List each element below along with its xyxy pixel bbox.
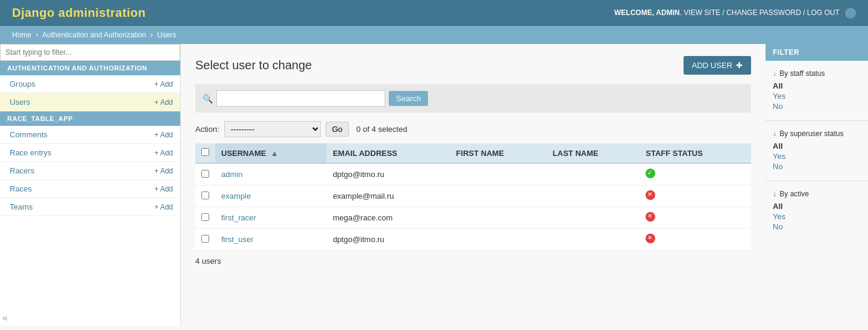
site-title[interactable]: Django administration: [12, 6, 146, 20]
select-all-col: [195, 143, 215, 163]
table-row: admindptgo@itmo.ru: [195, 163, 751, 185]
filter-staff-all: All: [773, 81, 861, 90]
last-name-cell: [547, 185, 640, 207]
add-user-button[interactable]: ADD USER ✚: [684, 56, 751, 75]
filter-superuser-yes: Yes: [773, 152, 861, 161]
races-add-link[interactable]: + Add: [154, 185, 173, 193]
status-false-icon: [646, 190, 655, 200]
log-out-link[interactable]: LOG OUT: [807, 8, 840, 17]
filter-active-yes: Yes: [773, 212, 861, 221]
sidebar-filter-input[interactable]: [0, 44, 180, 61]
first-name-cell: [450, 163, 547, 185]
comments-add-link[interactable]: + Add: [154, 131, 173, 139]
email-cell: example@mail.ru: [327, 185, 450, 207]
groups-link[interactable]: Groups: [10, 79, 36, 89]
username-link[interactable]: admin: [221, 170, 242, 179]
first-name-cell: [450, 229, 547, 251]
content-header: Select user to change ADD USER ✚: [195, 56, 751, 75]
filter-active-list: All Yes No: [773, 202, 861, 231]
filter-staff-no-link[interactable]: No: [773, 102, 783, 111]
filter-section-active: ↓ By active All Yes No: [766, 186, 868, 238]
sidebar-item-races: Races + Add: [0, 180, 180, 198]
sidebar-item-comments: Comments + Add: [0, 126, 180, 144]
breadcrumb-section[interactable]: Authentication and Authorization: [42, 31, 146, 39]
action-bar: Action: --------- Delete selected users …: [195, 121, 751, 137]
go-button[interactable]: Go: [326, 122, 349, 137]
breadcrumb-home[interactable]: Home: [12, 31, 31, 39]
row-checkbox[interactable]: [201, 170, 209, 178]
search-input[interactable]: [216, 90, 385, 107]
filter-active-all-link[interactable]: All: [773, 202, 783, 211]
filter-staff-no: No: [773, 102, 861, 111]
sidebar-collapse-toggle[interactable]: «: [0, 310, 12, 326]
filter-superuser-all: All: [773, 142, 861, 151]
main-layout: Authentication and Authorization Groups …: [0, 44, 868, 326]
filter-title: FILTER: [766, 44, 868, 61]
username-link[interactable]: example: [221, 191, 251, 201]
filter-staff-status-title: ↓ By staff status: [773, 69, 861, 78]
staff-status-cell: [640, 229, 751, 251]
race-section-title: Race_Table_App: [0, 111, 180, 126]
action-select[interactable]: --------- Delete selected users: [224, 121, 321, 137]
race-entrys-link[interactable]: Race entrys: [10, 148, 51, 157]
row-checkbox[interactable]: [201, 235, 209, 243]
filter-staff-all-link[interactable]: All: [773, 81, 783, 90]
username-link[interactable]: first_user: [221, 235, 253, 244]
change-password-link[interactable]: CHANGE PASSWORD: [726, 8, 801, 17]
table-row: exampleexample@mail.ru: [195, 185, 751, 207]
sidebar-item-teams: Teams + Add: [0, 198, 180, 216]
filter-staff-yes: Yes: [773, 92, 861, 101]
breadcrumb: Home › Authentication and Authorization …: [0, 26, 868, 44]
users-link[interactable]: Users: [10, 98, 30, 107]
select-all-checkbox[interactable]: [201, 148, 209, 156]
filter-active-no-link[interactable]: No: [773, 222, 783, 231]
row-checkbox[interactable]: [201, 191, 209, 199]
filter-superuser-status-list: All Yes No: [773, 142, 861, 171]
status-true-icon: [646, 169, 655, 178]
users-table: USERNAME ▲ EMAIL ADDRESS FIRST NAME LAST…: [195, 143, 751, 251]
page-title: Select user to change: [195, 58, 312, 72]
sidebar-item-race-entrys: Race entrys + Add: [0, 144, 180, 162]
last-name-cell: [547, 229, 640, 251]
view-site-link[interactable]: VIEW SITE: [684, 8, 720, 17]
search-bar: 🔍 Search: [195, 84, 751, 113]
search-button[interactable]: Search: [389, 91, 428, 106]
sidebar-item-users: Users + Add: [0, 93, 180, 111]
last-name-cell: [547, 207, 640, 229]
theme-toggle-button[interactable]: [845, 8, 856, 19]
teams-add-link[interactable]: + Add: [154, 203, 173, 211]
col-first-name[interactable]: FIRST NAME: [450, 143, 547, 163]
col-last-name[interactable]: LAST NAME: [547, 143, 640, 163]
groups-add-link[interactable]: + Add: [154, 80, 173, 89]
col-email[interactable]: EMAIL ADDRESS: [327, 143, 450, 163]
filter-superuser-yes-link[interactable]: Yes: [773, 152, 785, 161]
filter-superuser-no-link[interactable]: No: [773, 162, 783, 171]
col-username[interactable]: USERNAME ▲: [215, 143, 327, 163]
table-header: USERNAME ▲ EMAIL ADDRESS FIRST NAME LAST…: [195, 143, 751, 163]
row-checkbox[interactable]: [201, 213, 209, 221]
sidebar: Authentication and Authorization Groups …: [0, 44, 181, 326]
sort-arrow-username: ▲: [271, 149, 278, 158]
filter-superuser-no: No: [773, 162, 861, 171]
filter-arrow-icon-2: ↓: [773, 129, 776, 138]
filter-active-yes-link[interactable]: Yes: [773, 212, 785, 221]
racers-link[interactable]: Racers: [10, 166, 34, 175]
teams-link[interactable]: Teams: [10, 202, 33, 211]
col-staff-status[interactable]: STAFF STATUS: [640, 143, 751, 163]
race-entrys-add-link[interactable]: + Add: [154, 149, 173, 157]
sidebar-item-racers: Racers + Add: [0, 162, 180, 180]
results-count: 4 users: [195, 257, 751, 266]
filter-superuser-all-link[interactable]: All: [773, 142, 783, 151]
header: Django administration WELCOME, ADMIN. VI…: [0, 0, 868, 26]
email-cell: mega@race.com: [327, 207, 450, 229]
races-link[interactable]: Races: [10, 184, 32, 193]
staff-status-cell: [640, 163, 751, 185]
username: ADMIN: [656, 8, 679, 17]
users-add-link[interactable]: + Add: [154, 98, 173, 107]
comments-link[interactable]: Comments: [10, 130, 48, 139]
table-row: first_userdptgo@itmo.ru: [195, 229, 751, 251]
user-tools: WELCOME, ADMIN. VIEW SITE / CHANGE PASSW…: [614, 8, 856, 19]
username-link[interactable]: first_racer: [221, 213, 256, 222]
filter-staff-yes-link[interactable]: Yes: [773, 92, 785, 101]
racers-add-link[interactable]: + Add: [154, 167, 173, 175]
